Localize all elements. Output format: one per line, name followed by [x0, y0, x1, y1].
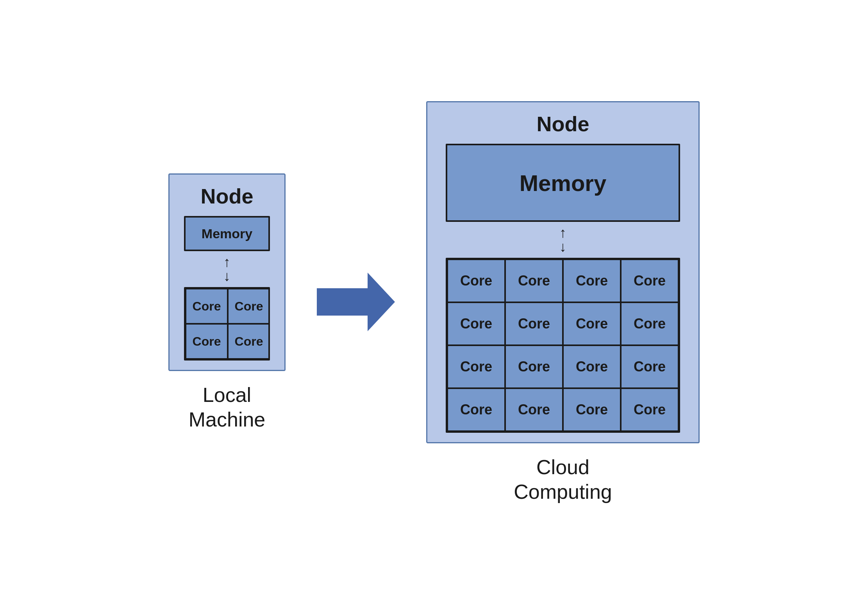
cloud-down-arrow-icon: ↓: [559, 240, 566, 254]
list-item: Core: [563, 302, 621, 345]
local-cores-grid: Core Core Core Core: [184, 287, 270, 361]
cloud-node-box: Node Memory ↑ ↓ Core Core Core Core Core…: [426, 101, 700, 443]
list-item: Core: [621, 388, 679, 431]
list-item: Core: [563, 345, 621, 388]
list-item: Core: [505, 302, 563, 345]
right-arrow-icon: [317, 273, 395, 333]
cloud-up-arrow-icon: ↑: [559, 226, 566, 240]
list-item: Core: [228, 324, 270, 359]
list-item: Core: [505, 388, 563, 431]
local-memory-box: Memory: [184, 216, 270, 251]
list-item: Core: [621, 345, 679, 388]
local-node-box: Node Memory ↑ ↓ Core Core Core Core: [168, 173, 286, 371]
list-item: Core: [621, 259, 679, 302]
list-item: Core: [447, 345, 505, 388]
local-arrow-vertical: ↑ ↓: [223, 255, 230, 283]
cloud-arrow-vertical: ↑ ↓: [559, 226, 566, 254]
list-item: Core: [563, 388, 621, 431]
cloud-cores-grid: Core Core Core Core Core Core Core Core …: [446, 258, 680, 433]
list-item: Core: [563, 259, 621, 302]
list-item: Core: [505, 345, 563, 388]
list-item: Core: [228, 289, 270, 324]
cloud-node-title: Node: [537, 112, 589, 136]
local-memory-label: Memory: [202, 226, 252, 241]
local-node-title: Node: [201, 184, 254, 208]
list-item: Core: [186, 324, 228, 359]
cloud-memory-label: Memory: [520, 170, 606, 196]
diagram-container: Node Memory ↑ ↓ Core Core Core Core Loca…: [168, 101, 700, 504]
list-item: Core: [447, 259, 505, 302]
list-item: Core: [186, 289, 228, 324]
svg-marker-0: [317, 273, 395, 331]
list-item: Core: [505, 259, 563, 302]
cloud-machine-label: CloudComputing: [514, 455, 612, 504]
local-machine-section: Node Memory ↑ ↓ Core Core Core Core Loca…: [168, 173, 286, 432]
up-arrow-icon: ↑: [223, 255, 230, 269]
cloud-machine-section: Node Memory ↑ ↓ Core Core Core Core Core…: [426, 101, 700, 504]
list-item: Core: [621, 302, 679, 345]
cloud-memory-box: Memory: [446, 144, 680, 222]
list-item: Core: [447, 388, 505, 431]
list-item: Core: [447, 302, 505, 345]
down-arrow-icon: ↓: [223, 269, 230, 283]
local-machine-label: LocalMachine: [189, 383, 266, 432]
